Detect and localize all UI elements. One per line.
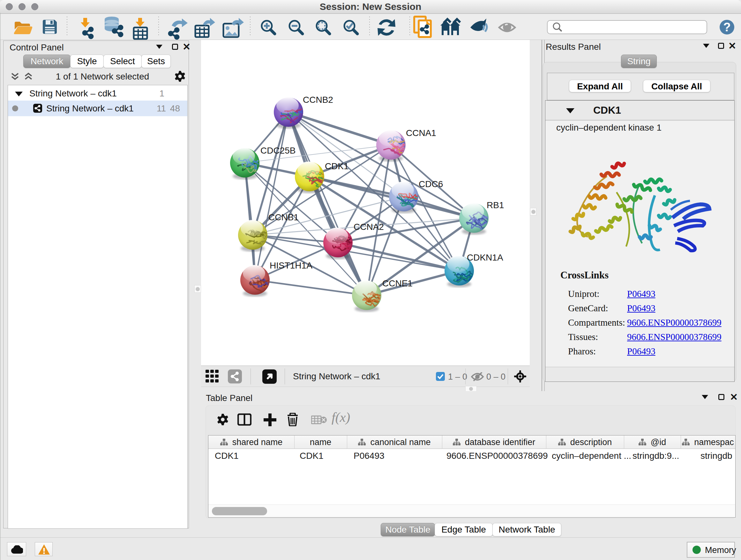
svg-text:CDC25B: CDC25B — [260, 145, 295, 155]
svg-text:CCNB1: CCNB1 — [268, 212, 299, 222]
svg-text:CCNB2: CCNB2 — [303, 95, 333, 105]
svg-text:CDK1: CDK1 — [325, 161, 349, 171]
svg-text:CDC6: CDC6 — [419, 179, 443, 189]
svg-text:CCNE1: CCNE1 — [382, 278, 413, 288]
svg-text:CCNA2: CCNA2 — [354, 222, 384, 232]
svg-text:RB1: RB1 — [487, 200, 504, 210]
svg-text:?: ? — [723, 20, 731, 34]
svg-text:HIST1H1A: HIST1H1A — [270, 260, 313, 270]
svg-text:CCNA1: CCNA1 — [406, 128, 436, 138]
svg-text:CDKN1A: CDKN1A — [467, 253, 503, 262]
